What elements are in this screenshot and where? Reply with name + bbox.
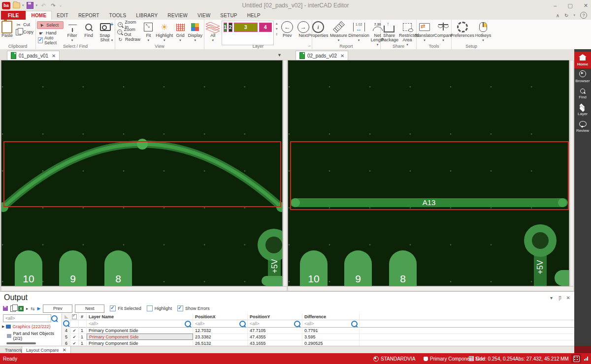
row-check-icon[interactable] bbox=[73, 334, 76, 339]
share-package-button[interactable]: Share Package bbox=[381, 21, 397, 43]
undo-button[interactable]: ↶ bbox=[39, 2, 47, 9]
tab-report[interactable]: REPORT bbox=[73, 11, 104, 20]
status-via[interactable]: STANDARDVIA bbox=[373, 353, 415, 364]
copy-results-icon[interactable] bbox=[10, 305, 16, 312]
right-horizontal-scrollbar[interactable] bbox=[288, 286, 574, 291]
close-tab-icon[interactable]: ✕ bbox=[340, 53, 344, 59]
pcb-view-right[interactable]: A13 10 9 8 +5V bbox=[288, 60, 569, 286]
refresh-icon[interactable]: ⇆ bbox=[31, 306, 34, 311]
compare-button[interactable]: Compare bbox=[434, 21, 452, 43]
prev-button[interactable]: ← Prev bbox=[280, 21, 295, 38]
app-logo-icon[interactable]: ba bbox=[2, 2, 10, 9]
dimension-button[interactable]: 1.02 Dimension bbox=[349, 21, 369, 43]
layer-chip-1[interactable]: 1 bbox=[224, 23, 228, 32]
sidebar-item-find[interactable]: Find bbox=[574, 85, 591, 102]
status-units[interactable]: MM bbox=[560, 353, 569, 364]
save-dropdown-caret-icon[interactable]: ▾ bbox=[36, 3, 38, 7]
translator-button[interactable]: Translator bbox=[416, 21, 433, 43]
status-dice[interactable] bbox=[571, 353, 581, 364]
layer-chip-4[interactable]: 4 bbox=[259, 23, 272, 32]
table-row-selected[interactable]: 5 1 Primary Component Side 23.3382 47.43… bbox=[63, 334, 574, 340]
save-results-icon[interactable] bbox=[3, 306, 8, 311]
pcb-view-left[interactable]: 10 9 8 +5V bbox=[1, 60, 283, 286]
open-dropdown-caret-icon[interactable]: ▾ bbox=[22, 3, 24, 7]
next-result-button[interactable]: Next bbox=[75, 304, 104, 313]
close-tab-icon[interactable]: ✕ bbox=[63, 347, 66, 353]
tree-item-graphics[interactable]: ▶ Graphics (222/222) bbox=[2, 324, 50, 329]
tab-tools[interactable]: TOOLS bbox=[104, 11, 131, 20]
pad-10[interactable]: 10 bbox=[15, 250, 42, 286]
restricted-area-button[interactable]: Restricted Area bbox=[398, 21, 416, 47]
tab-library[interactable]: LIBRARY bbox=[131, 11, 163, 20]
highlight-button[interactable]: ☀ Highlight bbox=[156, 21, 173, 43]
save-button[interactable] bbox=[26, 2, 34, 9]
display-button[interactable]: Display bbox=[187, 21, 203, 43]
tab-view[interactable]: VIEW bbox=[193, 11, 215, 20]
sidebar-item-browser[interactable]: Browser bbox=[574, 68, 591, 85]
tree-search-input[interactable]: <all> bbox=[3, 314, 51, 322]
layer-chip-2[interactable]: 2 bbox=[229, 23, 232, 32]
select-button[interactable]: ➤Select bbox=[37, 21, 64, 29]
tab-review[interactable]: REVIEW bbox=[163, 11, 193, 20]
close-panel-icon[interactable]: ✕ bbox=[566, 295, 570, 301]
show-errors-checkbox[interactable]: Show Errors bbox=[177, 305, 210, 311]
sync-icon[interactable]: ↻ bbox=[564, 13, 568, 18]
via-pad[interactable] bbox=[524, 224, 557, 257]
snapshot-button[interactable]: Snap Shot bbox=[98, 21, 114, 43]
hotkeys-button[interactable]: Hotkeys bbox=[475, 21, 492, 43]
auto-select-checkbox[interactable]: Auto Select bbox=[37, 37, 64, 44]
column-header-position-y[interactable]: PositionY bbox=[248, 313, 302, 320]
sort-corner-button[interactable] bbox=[63, 313, 70, 320]
filter-cell[interactable] bbox=[63, 320, 70, 327]
sync-caret-icon[interactable]: ▾ bbox=[573, 13, 575, 17]
pin-icon[interactable]: 卩 bbox=[557, 295, 561, 302]
filter-cell-x[interactable]: <all> bbox=[193, 320, 248, 327]
expand-caret-icon[interactable]: ▶ bbox=[2, 325, 4, 329]
layer-chip-3[interactable]: 3 bbox=[234, 23, 258, 32]
help-icon[interactable]: ? bbox=[580, 12, 587, 19]
right-vertical-scrollbar[interactable] bbox=[570, 60, 574, 286]
export-excel-icon[interactable]: X bbox=[18, 306, 24, 311]
row-check-icon[interactable] bbox=[73, 341, 76, 346]
tab-home[interactable]: HOME bbox=[26, 11, 52, 20]
properties-button[interactable]: i Properties bbox=[307, 21, 328, 38]
pad-8[interactable]: 8 bbox=[389, 250, 417, 286]
column-header-position-x[interactable]: PositionX bbox=[193, 313, 248, 320]
filter-cell-diff[interactable]: <all> bbox=[302, 320, 360, 327]
close-tab-icon[interactable]: ✕ bbox=[52, 53, 56, 59]
pad-8[interactable]: 8 bbox=[104, 250, 132, 286]
maximize-button[interactable]: ▢ bbox=[567, 2, 572, 9]
tree-search-icon[interactable] bbox=[51, 315, 58, 322]
table-row[interactable]: 4 1 Primary Component Side 12.7032 47.71… bbox=[63, 327, 574, 334]
left-horizontal-scrollbar[interactable] bbox=[1, 286, 287, 291]
select-all-checkbox[interactable] bbox=[70, 313, 79, 320]
layer-scroll-up-icon[interactable]: ▲ bbox=[275, 22, 278, 25]
open-file-button[interactable] bbox=[12, 2, 20, 9]
close-button[interactable]: ✕ bbox=[584, 2, 588, 9]
column-header-count[interactable]: # bbox=[79, 313, 87, 320]
tree-scrollbar[interactable] bbox=[6, 342, 36, 344]
tab-setup[interactable]: SETUP bbox=[215, 11, 242, 20]
doctab-01-pads-v01[interactable]: 01_pads_v01 ✕ bbox=[7, 51, 60, 60]
fit-button[interactable]: Fit bbox=[142, 21, 155, 43]
more-export-caret-icon[interactable]: ▸ bbox=[26, 306, 28, 311]
filter-cell-layer[interactable]: <all> bbox=[87, 320, 193, 327]
layer-expand-icon[interactable]: ⇕ bbox=[275, 32, 278, 36]
pad-10[interactable]: 10 bbox=[300, 250, 328, 286]
collapse-ribbon-icon[interactable]: ∧ bbox=[556, 13, 559, 18]
pad-9[interactable]: 9 bbox=[344, 250, 372, 286]
status-grid[interactable]: Grid: 0.254, 0.254 bbox=[469, 353, 515, 364]
run-icon[interactable]: ▶ bbox=[37, 306, 40, 311]
tab-file[interactable]: FILE bbox=[1, 11, 26, 20]
sidebar-item-review[interactable]: Review bbox=[574, 119, 591, 135]
row-check-icon[interactable] bbox=[73, 328, 76, 333]
sidebar-item-home[interactable]: Home bbox=[574, 52, 591, 68]
preferences-button[interactable]: Preferences bbox=[451, 21, 474, 38]
paste-button[interactable]: Paste bbox=[1, 21, 13, 38]
corner-pad[interactable] bbox=[262, 276, 283, 286]
measure-button[interactable]: Measure bbox=[330, 21, 348, 43]
redo-button[interactable]: ↷ bbox=[49, 2, 57, 9]
tab-list-caret-icon[interactable]: ▼ bbox=[277, 53, 282, 58]
layer-scroll-down-icon[interactable]: ▼ bbox=[275, 27, 278, 30]
column-header-difference[interactable]: Difference bbox=[302, 313, 360, 320]
